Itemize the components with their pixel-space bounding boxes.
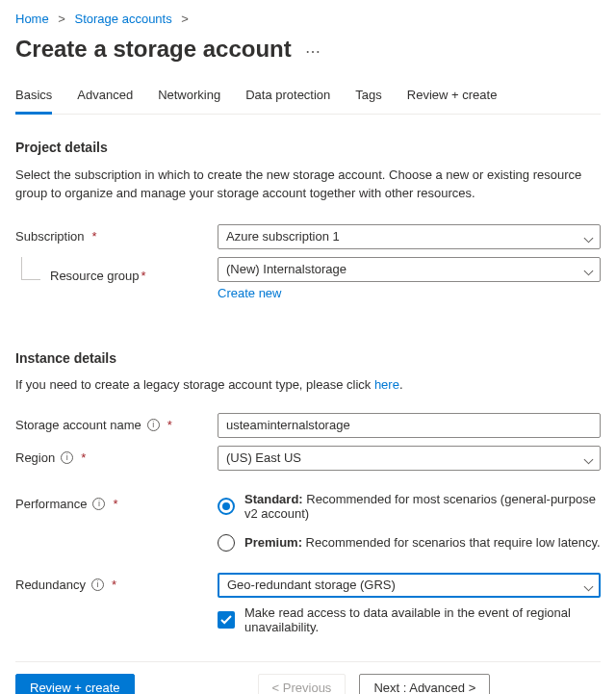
performance-standard-radio[interactable] bbox=[218, 498, 235, 515]
read-access-checkbox[interactable] bbox=[218, 611, 235, 629]
info-icon[interactable]: i bbox=[147, 419, 160, 431]
chevron-right-icon: > bbox=[181, 12, 189, 26]
project-details-desc: Select the subscription in which to crea… bbox=[15, 167, 601, 203]
instance-details-section: Instance details If you need to create a… bbox=[15, 350, 601, 634]
redundancy-label: Redundancy i * bbox=[15, 573, 218, 592]
read-access-label: Make read access to data available in th… bbox=[244, 605, 601, 634]
performance-standard-label: Standard: Recommended for most scenarios… bbox=[244, 492, 601, 521]
review-create-button[interactable]: Review + create bbox=[15, 674, 135, 694]
info-icon[interactable]: i bbox=[61, 451, 73, 464]
storage-account-name-label: Storage account name i * bbox=[15, 413, 218, 432]
chevron-right-icon: > bbox=[58, 12, 65, 26]
legacy-note: If you need to create a legacy storage a… bbox=[15, 377, 601, 392]
next-button[interactable]: Next : Advanced > bbox=[359, 674, 490, 694]
performance-premium-radio[interactable] bbox=[218, 534, 235, 552]
resource-group-select[interactable]: (New) Internalstorage bbox=[218, 257, 601, 282]
previous-button: < Previous bbox=[258, 674, 346, 694]
region-label: Region i * bbox=[15, 446, 218, 465]
storage-account-name-input[interactable] bbox=[218, 413, 601, 438]
instance-details-heading: Instance details bbox=[15, 350, 601, 366]
project-details-section: Project details Select the subscription … bbox=[15, 140, 601, 300]
more-options-icon[interactable]: ⋯ bbox=[305, 42, 321, 74]
tab-data-protection[interactable]: Data protection bbox=[245, 80, 330, 115]
redundancy-select[interactable]: Geo-redundant storage (GRS) bbox=[218, 573, 601, 598]
create-new-link[interactable]: Create new bbox=[218, 286, 281, 300]
info-icon[interactable]: i bbox=[92, 498, 105, 510]
breadcrumb-home[interactable]: Home bbox=[15, 12, 49, 26]
tabs: Basics Advanced Networking Data protecti… bbox=[15, 80, 601, 115]
breadcrumb: Home > Storage accounts > bbox=[15, 12, 601, 26]
footer: Review + create < Previous Next : Advanc… bbox=[15, 661, 601, 694]
page-title: Create a storage account bbox=[15, 36, 292, 63]
info-icon[interactable]: i bbox=[91, 578, 104, 591]
tab-review-create[interactable]: Review + create bbox=[407, 80, 498, 115]
project-details-heading: Project details bbox=[15, 140, 601, 155]
tab-networking[interactable]: Networking bbox=[158, 80, 220, 115]
breadcrumb-storage-accounts[interactable]: Storage accounts bbox=[75, 12, 172, 26]
performance-label: Performance i * bbox=[15, 492, 218, 511]
subscription-label: Subscription* bbox=[15, 224, 218, 244]
tab-basics[interactable]: Basics bbox=[15, 80, 52, 115]
resource-group-label: Resource group* bbox=[50, 269, 146, 288]
tab-tags[interactable]: Tags bbox=[355, 80, 381, 115]
check-icon bbox=[220, 614, 232, 626]
indent-line-icon bbox=[21, 257, 40, 280]
performance-premium-label: Premium: Recommended for scenarios that … bbox=[244, 535, 601, 550]
tab-advanced[interactable]: Advanced bbox=[77, 80, 133, 115]
legacy-here-link[interactable]: here bbox=[374, 377, 399, 392]
subscription-select[interactable]: Azure subscription 1 bbox=[218, 224, 601, 249]
region-select[interactable]: (US) East US bbox=[218, 446, 601, 471]
